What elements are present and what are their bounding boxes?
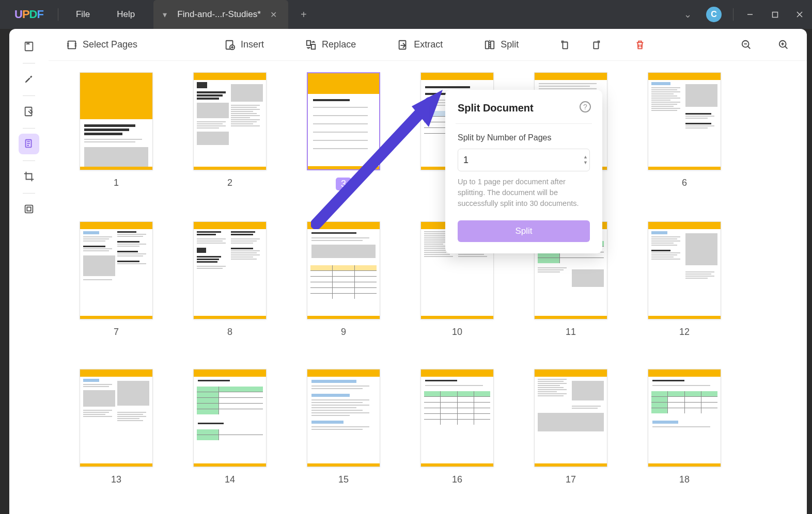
pages-number-input[interactable] [463, 155, 583, 166]
split-hint: Up to 1 page per document after splittin… [458, 176, 590, 209]
split-button[interactable]: Split [476, 35, 527, 55]
page-number: 1 [114, 178, 119, 188]
page-number: 7 [114, 327, 119, 338]
page-number: 9 [341, 327, 346, 338]
page-thumbnail[interactable]: 6 [637, 72, 731, 208]
split-by-label: Split by Number of Pages [458, 133, 590, 142]
page-thumbnail[interactable]: 17 [524, 369, 618, 503]
page-thumbnail[interactable]: 7 [69, 221, 163, 355]
stepper-down-icon[interactable]: ▼ [583, 160, 588, 165]
extract-button[interactable]: Extract [389, 35, 451, 55]
page-number: 14 [225, 474, 235, 485]
app-logo: UPDF [14, 8, 43, 21]
thumbnail-grid: 123456789101112131415161718 [49, 61, 807, 514]
zoom-in-button[interactable] [770, 35, 798, 55]
svg-rect-6 [68, 41, 76, 49]
page-number: 18 [679, 474, 690, 485]
page-number: 13 [111, 474, 121, 485]
svg-rect-15 [594, 42, 599, 49]
page-number: 15 [338, 474, 349, 485]
highlight-icon[interactable] [19, 69, 39, 89]
svg-rect-12 [486, 41, 489, 49]
split-popup: Split Document ? Split by Number of Page… [445, 90, 602, 253]
replace-button[interactable]: Replace [297, 35, 364, 55]
page-number: 16 [452, 474, 462, 485]
close-button[interactable] [787, 4, 812, 25]
page-number: 11 [566, 327, 576, 338]
menu-file[interactable]: File [63, 9, 103, 20]
tab-dropdown-icon[interactable]: ▾ [163, 10, 172, 20]
rotate-left-button[interactable] [552, 35, 580, 55]
rotate-right-button[interactable] [582, 35, 610, 55]
svg-rect-0 [772, 12, 777, 17]
split-label: Split [501, 39, 519, 50]
split-confirm-button[interactable]: Split [458, 220, 590, 242]
organize-pages-icon[interactable] [19, 134, 39, 154]
insert-button[interactable]: Insert [216, 35, 272, 55]
page-thumbnail[interactable]: 14 [183, 369, 277, 503]
svg-rect-10 [311, 44, 315, 49]
svg-rect-5 [27, 207, 30, 211]
left-sidebar [9, 29, 49, 514]
thumbnails-icon[interactable] [19, 36, 39, 57]
close-icon[interactable]: ✕ [268, 8, 279, 22]
select-pages-button[interactable]: Select Pages [58, 35, 146, 55]
page-number: 12 [679, 327, 690, 338]
user-avatar[interactable]: C [706, 7, 722, 22]
replace-label: Replace [322, 39, 356, 50]
tab-title: Find-and-...r-Studies* [177, 9, 261, 20]
page-thumbnail[interactable]: 9 [296, 221, 391, 355]
page-thumbnail[interactable]: 3 [296, 72, 391, 208]
divider [58, 8, 58, 21]
insert-label: Insert [241, 39, 264, 50]
new-tab-button[interactable]: + [288, 9, 319, 21]
menu-help[interactable]: Help [103, 9, 148, 20]
page-number: 3 [336, 178, 351, 190]
select-pages-label: Select Pages [83, 39, 137, 50]
zoom-out-button[interactable] [732, 35, 760, 55]
page-thumbnail[interactable]: 15 [296, 369, 391, 503]
page-number: 6 [682, 178, 687, 188]
minimize-button[interactable] [738, 4, 762, 25]
maximize-button[interactable] [762, 4, 787, 25]
popup-title: Split Document [458, 102, 590, 114]
chevron-down-icon[interactable]: ⌄ [677, 9, 699, 20]
page-thumbnail[interactable]: 1 [69, 72, 163, 208]
page-thumbnail[interactable]: 18 [637, 369, 731, 503]
page-thumbnail[interactable]: 12 [637, 221, 731, 355]
watermark-icon[interactable] [19, 199, 39, 219]
svg-rect-4 [25, 205, 33, 213]
pages-number-input-wrapper: ▲ ▼ [458, 149, 590, 171]
toolbar: Select Pages Insert Replace Extract Spli… [49, 29, 807, 61]
page-thumbnail[interactable]: 16 [410, 369, 504, 503]
document-tab[interactable]: ▾ Find-and-...r-Studies* ✕ [153, 0, 288, 29]
edit-pdf-icon[interactable] [19, 101, 39, 122]
svg-rect-9 [307, 40, 310, 45]
page-number: 8 [227, 327, 232, 338]
page-number: 10 [452, 327, 462, 338]
page-thumbnail[interactable]: 13 [69, 369, 163, 503]
svg-rect-13 [491, 41, 494, 49]
stepper-up-icon[interactable]: ▲ [583, 155, 588, 159]
page-number: 17 [566, 474, 576, 485]
crop-icon[interactable] [19, 166, 39, 187]
page-thumbnail[interactable]: 8 [183, 221, 277, 355]
help-icon[interactable]: ? [580, 101, 591, 113]
page-thumbnail[interactable]: 2 [183, 72, 277, 208]
svg-rect-14 [563, 42, 568, 49]
delete-button[interactable] [626, 35, 654, 55]
divider [733, 8, 733, 21]
extract-label: Extract [414, 39, 443, 50]
page-number: 2 [227, 178, 232, 188]
